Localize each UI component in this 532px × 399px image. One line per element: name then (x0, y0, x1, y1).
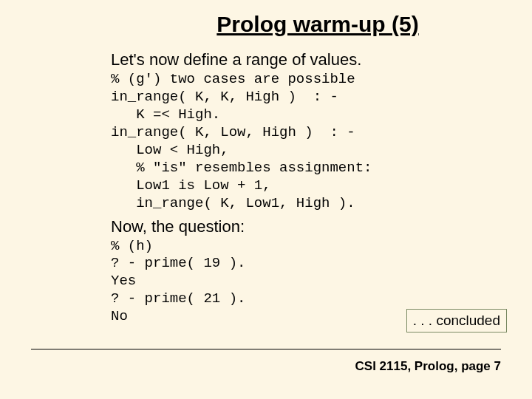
concluded-note: . . . concluded (406, 309, 507, 332)
slide: { "title": "Prolog warm-up (5)", "intro"… (0, 0, 532, 399)
footer-text: CSI 2115, Prolog, page 7 (355, 359, 501, 374)
slide-title: Prolog warm-up (5) (0, 12, 532, 37)
intro-text: Let's now define a range of values. (111, 50, 488, 69)
slide-content: Let's now define a range of values. % (g… (111, 50, 488, 326)
separator-line (31, 349, 501, 349)
question-heading: Now, the question: (111, 217, 488, 236)
code-block-1: % (g') two cases are possible in_range( … (111, 71, 488, 213)
